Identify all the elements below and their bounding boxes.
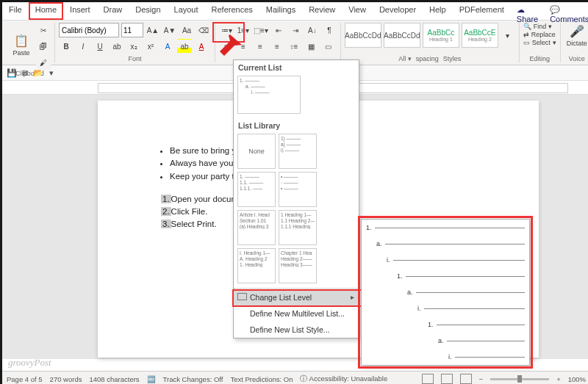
list-lib-none[interactable]: None: [237, 134, 276, 169]
annotation-highlight: [232, 289, 363, 307]
page-indicator[interactable]: Page 4 of 5: [7, 375, 43, 383]
zoom-in-button[interactable]: +: [556, 375, 561, 383]
list-lib-item[interactable]: I. Heading 1—A. Heading 21. Heading: [237, 248, 276, 283]
list-level-option[interactable]: 1.: [362, 220, 529, 236]
menu-file[interactable]: File: [2, 2, 29, 20]
list-lib-item[interactable]: Chapter 1 HeaHeading 2——Heading 3——: [279, 248, 317, 283]
track-changes-status[interactable]: Track Changes: Off: [163, 375, 223, 383]
new-icon[interactable]: 🗎: [20, 68, 30, 78]
zoom-out-button[interactable]: −: [479, 375, 484, 383]
view-read-icon[interactable]: [422, 374, 434, 384]
shading-button[interactable]: ▦: [304, 39, 318, 54]
styles-group-label: Styles: [443, 55, 462, 62]
superscript-button[interactable]: x²: [143, 39, 158, 54]
underline-button[interactable]: U: [93, 39, 107, 54]
style-set-selector[interactable]: All ▾: [398, 55, 412, 62]
menu-review[interactable]: Review: [302, 2, 342, 20]
align-right-button[interactable]: ≡: [253, 39, 268, 54]
style-spacing-label: spacing: [416, 55, 439, 62]
style-heading2[interactable]: AaBbCcEHeading 2: [462, 23, 498, 48]
view-print-icon[interactable]: [441, 374, 453, 384]
replace-button[interactable]: ⇄ Replace: [523, 31, 556, 38]
number-marker: 3.: [161, 220, 171, 228]
bold-button[interactable]: B: [59, 39, 74, 54]
word-count[interactable]: 270 words: [50, 375, 82, 383]
qat-overflow-icon[interactable]: ▾: [46, 68, 57, 78]
define-list-style-item[interactable]: Define New List Style...: [234, 322, 359, 338]
menu-layout[interactable]: Layout: [168, 2, 205, 20]
show-marks-button[interactable]: ¶: [322, 23, 337, 37]
highlight-button[interactable]: ab: [177, 39, 192, 54]
style-heading1[interactable]: AaBbCcHeading 1: [423, 23, 459, 48]
save-icon[interactable]: 💾: [7, 68, 17, 78]
paste-icon: 📋: [13, 32, 29, 48]
grow-font-button[interactable]: A▲: [146, 23, 160, 37]
find-button[interactable]: 🔍 Find ▾: [523, 23, 556, 30]
select-button[interactable]: ▭ Select ▾: [523, 39, 556, 46]
list-level-option[interactable]: i.: [362, 349, 529, 365]
font-name-select[interactable]: [59, 23, 119, 37]
sort-button[interactable]: A↓: [305, 23, 320, 37]
char-count[interactable]: 1408 characters: [89, 375, 139, 383]
text-effects-button[interactable]: A: [160, 39, 175, 54]
list-lib-item[interactable]: • ———◦ ———▪ ———: [279, 172, 317, 207]
list-level-option[interactable]: 1.: [362, 316, 529, 333]
open-icon[interactable]: 📂: [33, 68, 43, 78]
menu-references[interactable]: References: [205, 2, 259, 20]
list-level-option[interactable]: i.: [362, 300, 529, 316]
list-lib-item[interactable]: 1 Heading 1—1.1 Heading 2—1.1.1 Heading: [279, 210, 317, 245]
italic-button[interactable]: I: [76, 39, 90, 54]
list-level-option[interactable]: 1.: [362, 268, 529, 284]
shrink-font-button[interactable]: A▼: [162, 23, 177, 37]
line-spacing-button[interactable]: ↕≡: [287, 39, 301, 54]
menu-view[interactable]: View: [342, 2, 373, 20]
list-level-option[interactable]: a.: [362, 236, 529, 252]
group-voice: 🎤 Dictate Voice: [561, 23, 588, 62]
list-lib-item[interactable]: 1) ———a) ———i) ———: [279, 134, 317, 169]
comments-button[interactable]: 💬 Comments: [544, 2, 588, 20]
menu-help[interactable]: Help: [423, 2, 453, 20]
cut-button[interactable]: ✂: [36, 23, 51, 37]
decrease-indent-button[interactable]: ⇤: [271, 23, 286, 37]
zoom-slider[interactable]: [490, 378, 549, 380]
list-level-option[interactable]: a.: [362, 284, 529, 300]
font-color-button[interactable]: A: [194, 39, 209, 54]
list-level-option[interactable]: a.: [362, 333, 529, 349]
increase-indent-button[interactable]: ⇥: [288, 23, 303, 37]
styles-more-button[interactable]: ▾: [501, 28, 515, 43]
menu-draw[interactable]: Draw: [97, 2, 129, 20]
share-button[interactable]: Share: [511, 2, 544, 20]
menu-design[interactable]: Design: [129, 2, 167, 20]
font-size-select[interactable]: [121, 23, 143, 37]
menu-developer[interactable]: Developer: [373, 2, 423, 20]
style-nospacing[interactable]: AaBbCcDd: [384, 23, 420, 48]
list-lib-item[interactable]: Article I. HeadSection 1.01 (a) Heading …: [237, 210, 276, 245]
view-web-icon[interactable]: [460, 374, 472, 384]
lang-indicator[interactable]: 🔤: [147, 375, 156, 383]
strike-button[interactable]: ab: [110, 39, 124, 54]
subscript-button[interactable]: x₂: [126, 39, 141, 54]
accessibility-status[interactable]: ⓘ Accessibility: Unavailable: [300, 374, 387, 384]
list-level-option[interactable]: i.: [362, 252, 529, 268]
menu-home[interactable]: Home: [29, 2, 63, 20]
style-normal[interactable]: AaBbCcDd: [345, 23, 381, 48]
number-marker: 2.: [161, 207, 171, 216]
list-library-grid: None 1) ———a) ———i) ——— 1. ———1.1. ———1.…: [234, 131, 359, 288]
change-case-button[interactable]: Aa: [179, 23, 194, 37]
define-multilevel-item[interactable]: Define New Multilevel List...: [234, 305, 359, 322]
zoom-percent[interactable]: 100%: [568, 375, 586, 383]
dictate-button[interactable]: 🎤 Dictate: [564, 23, 588, 51]
menu-pdfelement[interactable]: PDFelement: [453, 2, 511, 20]
list-lib-item[interactable]: 1. ———1.1. ———1.1.1. ——: [237, 172, 276, 207]
multilevel-button[interactable]: ⬚≡▾: [253, 23, 269, 37]
copy-button[interactable]: 🗐: [36, 39, 51, 54]
text-predictions-status[interactable]: Text Predictions: On: [230, 375, 293, 383]
justify-button[interactable]: ≡: [270, 39, 284, 54]
menu-insert[interactable]: Insert: [63, 2, 97, 20]
borders-button[interactable]: ▭: [320, 39, 335, 54]
clear-format-button[interactable]: ⌫: [196, 23, 211, 37]
paste-button[interactable]: 📋 Paste: [9, 32, 34, 60]
current-list-thumb[interactable]: 1. ——— a. ——— i. ———: [237, 76, 301, 114]
menu-mailings[interactable]: Mailings: [259, 2, 302, 20]
paste-label: Paste: [12, 49, 29, 57]
